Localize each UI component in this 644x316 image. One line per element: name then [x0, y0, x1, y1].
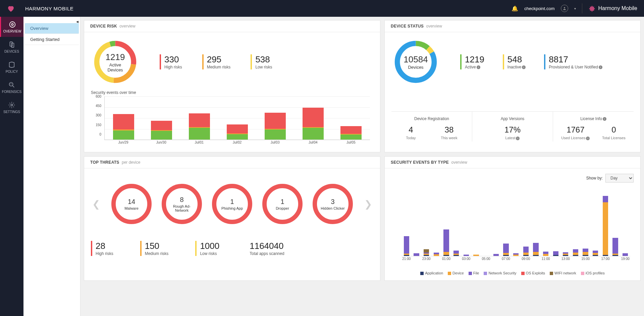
- svg-point-6: [11, 104, 13, 106]
- info-icon[interactable]: i: [603, 117, 606, 121]
- nav-policy[interactable]: POLICY: [0, 57, 23, 77]
- panel-title: TOP THREATS: [90, 160, 119, 165]
- license-info: License Infoi 1767Used Licensesi 0Total …: [553, 112, 634, 142]
- devices-icon: [8, 41, 15, 48]
- user-domain: checkpoint.com: [524, 6, 554, 11]
- threat-circle[interactable]: 8Rough Ad-Network: [162, 184, 202, 224]
- panel-title: SECURITY EVENTS BY TYPE: [391, 160, 449, 165]
- device-risk-donut: 1219 Active Devices: [91, 38, 140, 86]
- showby-select[interactable]: Day: [605, 174, 634, 182]
- carousel-prev-icon[interactable]: ❮: [91, 199, 101, 210]
- notifications-icon[interactable]: 🔔: [512, 5, 518, 12]
- info-icon[interactable]: i: [599, 65, 602, 69]
- threat-circle[interactable]: 14Malware: [111, 184, 152, 224]
- app-title: HARMONY MOBILE: [25, 6, 73, 11]
- divider: [582, 3, 582, 13]
- carousel-next-icon[interactable]: ❯: [363, 199, 373, 210]
- device-registration: Device Registration 4Today 38This week: [391, 112, 472, 142]
- topbar: HARMONY MOBILE 🔔 checkpoint.com ▾ Harmon…: [0, 0, 644, 17]
- threat-circle[interactable]: 1Dropper: [262, 184, 303, 224]
- chart-legend: ApplicationDeviceFileNetwork SecurityOS …: [391, 271, 634, 275]
- svg-rect-3: [10, 42, 12, 46]
- subnav-overview[interactable]: Overview: [25, 23, 79, 34]
- panel-subtitle: overview: [426, 24, 442, 29]
- stat-medium-risk[interactable]: 295 Medium risks: [202, 54, 231, 69]
- events-by-type-chart: 21:0023:0001:0003:0005:0007:0009:0011:00…: [391, 193, 634, 270]
- info-icon[interactable]: i: [522, 65, 526, 69]
- info-icon[interactable]: i: [477, 65, 480, 69]
- stat-high-risk[interactable]: 330 High risks: [160, 54, 182, 69]
- panel-subtitle: overview: [119, 24, 135, 29]
- showby-label: Show by:: [586, 176, 603, 180]
- nav-forensics[interactable]: FORENSICS: [0, 77, 23, 97]
- threat-circle[interactable]: 3Hidden Clicker: [313, 184, 353, 224]
- panel-subtitle: overview: [451, 160, 467, 165]
- panel-subtitle: per device: [122, 160, 140, 165]
- events-over-time-chart: 0150300450600Jun/29Jun/30Jul/01Jul/02Jul…: [91, 96, 373, 147]
- threats-low[interactable]: 1000 Low risks: [195, 241, 219, 256]
- chevron-down-icon[interactable]: ▾: [574, 7, 576, 10]
- logo-icon: [7, 4, 15, 13]
- events-over-time-label: Security events over time: [91, 90, 373, 95]
- app-versions: App Versions 17%Latesti: [472, 112, 553, 142]
- panel-title: DEVICE RISK: [90, 24, 117, 29]
- stat-inactive[interactable]: 548 Inactivei: [503, 54, 526, 69]
- svg-point-1: [9, 21, 15, 27]
- svg-point-5: [9, 82, 13, 86]
- legend-item[interactable]: OS Exploits: [521, 271, 545, 275]
- nav-settings[interactable]: SETTINGS: [0, 97, 23, 117]
- legend-item[interactable]: iOS profiles: [581, 271, 605, 275]
- stat-provisioned[interactable]: 8817 Provisioned & User Notifiedi: [544, 54, 602, 69]
- brand-logo: Harmony Mobile: [588, 5, 637, 12]
- svg-point-0: [564, 7, 565, 8]
- subnav: ◂ Overview Getting Started: [23, 17, 80, 316]
- legend-item[interactable]: Network Security: [484, 271, 516, 275]
- nav-devices[interactable]: DEVICES: [0, 37, 23, 57]
- settings-icon: [8, 101, 15, 109]
- legend-item[interactable]: Device: [448, 271, 464, 275]
- svg-point-2: [11, 23, 13, 25]
- forensics-icon: [8, 81, 15, 89]
- nav-rail: OVERVIEW DEVICES POLICY FORENSICS SETTIN…: [0, 17, 23, 316]
- stat-low-risk[interactable]: 538 Low risks: [251, 54, 272, 69]
- panel-device-status: DEVICE STATUS overview 10584 Devices 121…: [384, 20, 641, 152]
- threats-medium[interactable]: 150 Medium risks: [140, 241, 169, 256]
- panel-device-risk: DEVICE RISK overview 1219 Active Devices: [84, 20, 380, 152]
- policy-icon: [8, 61, 15, 68]
- device-status-donut: 10584 Devices: [391, 38, 440, 86]
- legend-item[interactable]: WIFI network: [550, 271, 576, 275]
- svg-rect-4: [11, 43, 14, 47]
- content: DEVICE RISK overview 1219 Active Devices: [80, 17, 644, 316]
- threats-total-scanned: 1164040 Total apps scanned: [246, 241, 284, 256]
- stat-active[interactable]: 1219 Activei: [460, 54, 484, 69]
- panel-top-threats: TOP THREATS per device ❮ 14Malware8Rough…: [84, 156, 380, 281]
- legend-item[interactable]: Application: [420, 271, 443, 275]
- harmony-icon: [588, 5, 596, 12]
- info-icon[interactable]: i: [516, 137, 520, 140]
- info-icon[interactable]: i: [586, 137, 590, 140]
- panel-security-events-by-type: SECURITY EVENTS BY TYPE overview Show by…: [384, 156, 641, 281]
- panel-title: DEVICE STATUS: [391, 24, 424, 29]
- subnav-getting-started[interactable]: Getting Started: [25, 34, 79, 45]
- legend-item[interactable]: File: [469, 271, 479, 275]
- collapse-subnav-icon[interactable]: ◂: [76, 19, 78, 24]
- avatar[interactable]: [561, 5, 568, 12]
- overview-icon: [9, 21, 16, 28]
- threat-circle[interactable]: 1Phishing App: [212, 184, 252, 224]
- threats-high[interactable]: 28 High risks: [91, 241, 113, 256]
- nav-overview[interactable]: OVERVIEW: [0, 17, 23, 37]
